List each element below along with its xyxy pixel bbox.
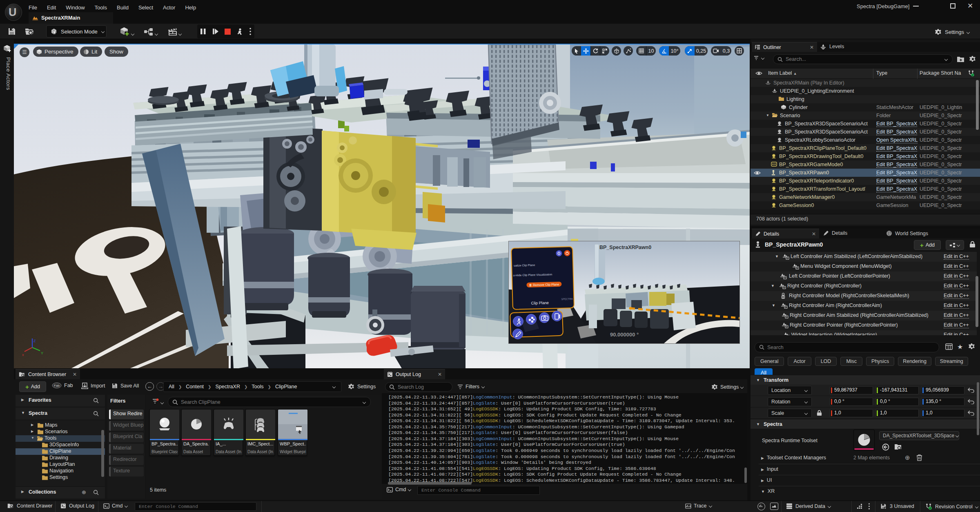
svg-text:x: x bbox=[22, 353, 24, 357]
svg-text:Z: Z bbox=[33, 339, 36, 343]
svg-text:Fab: Fab bbox=[54, 384, 60, 387]
svg-text:Y: Y bbox=[41, 351, 43, 355]
